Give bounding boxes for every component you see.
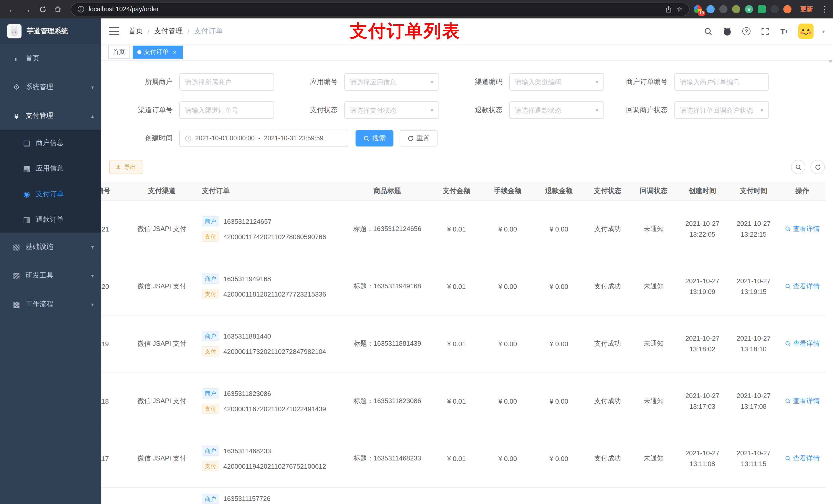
grid-icon: ▦ — [21, 164, 33, 173]
merchant-order-no-input[interactable] — [680, 78, 763, 86]
pay-status-select[interactable]: ▾ — [344, 101, 439, 119]
sidebar-item-merchant-info[interactable]: ▤ 商户信息 — [0, 130, 101, 156]
close-icon[interactable]: × — [171, 48, 178, 55]
merchant-order-no-field[interactable] — [674, 73, 769, 91]
update-button[interactable]: 更新 — [800, 5, 813, 14]
pay-badge: 支付 — [202, 461, 219, 471]
breadcrumb-home[interactable]: 首页 — [128, 27, 143, 36]
bookmark-star-icon[interactable]: ☆ — [676, 5, 683, 13]
channel-order-no-input[interactable] — [185, 106, 268, 114]
share-icon[interactable] — [665, 6, 672, 13]
refresh-button[interactable] — [810, 160, 825, 174]
cell-id: 121 — [101, 200, 128, 258]
reset-button[interactable]: 重置 — [400, 130, 437, 146]
home-button[interactable] — [51, 3, 65, 16]
hamburger-icon[interactable] — [109, 27, 119, 35]
cell-order: 商户1635311468233 支付4200001194202110276752… — [195, 430, 344, 487]
col-header-create-time: 创建时间 — [677, 182, 728, 200]
channel-order-no-field[interactable] — [179, 101, 274, 119]
cell-pay-time: 2021-10-2713:11:15 — [728, 430, 779, 487]
export-button[interactable]: 导出 — [109, 160, 142, 174]
filter-label: 渠道订单号 — [109, 105, 179, 115]
view-detail-link[interactable]: 查看详情 — [785, 454, 820, 463]
toggle-search-button[interactable] — [791, 160, 805, 174]
cell-pay-time: 2021-10-2713:18:10 — [728, 315, 779, 373]
merchant-badge: 商户 — [202, 446, 219, 456]
browser-menu-icon[interactable]: ⋮ — [821, 5, 828, 14]
extension-icon[interactable] — [758, 5, 766, 13]
extension-icon[interactable] — [770, 5, 779, 13]
extension-icon[interactable] — [707, 5, 715, 13]
tab-pay-order[interactable]: 支付订单 × — [133, 45, 183, 58]
cell-actions: 查看详情 — [779, 430, 825, 487]
sidebar-item-app-info[interactable]: ▦ 应用信息 — [0, 156, 101, 181]
view-detail-link[interactable]: 查看详情 — [785, 282, 820, 291]
merchant-input[interactable] — [185, 78, 268, 86]
date-range-end[interactable]: 2021-10-31 23:59:59 — [264, 135, 324, 142]
clock-icon — [185, 135, 192, 142]
site-info-icon[interactable] — [77, 6, 85, 13]
callback-status-select[interactable]: ▾ — [674, 101, 769, 119]
create-time-range-picker[interactable]: 2021-10-01 00:00:00 - 2021-10-31 23:59:5… — [179, 129, 348, 147]
col-header-id: 编号 — [101, 182, 128, 200]
refund-status-input[interactable] — [515, 106, 594, 114]
export-button-label: 导出 — [124, 163, 136, 171]
extension-icon[interactable] — [732, 5, 740, 13]
cell-notify: 未通知 — [630, 430, 677, 487]
app-no-select[interactable]: ▾ — [344, 73, 439, 91]
sidebar-item-pay[interactable]: ¥ 支付管理 ▴ — [0, 101, 101, 130]
pay-status-input[interactable] — [350, 106, 429, 114]
channel-code-select[interactable]: ▾ — [509, 73, 604, 91]
reload-button[interactable] — [36, 3, 49, 16]
cell-fee: ¥ 0.00 — [482, 200, 533, 258]
extension-icon[interactable] — [783, 5, 791, 13]
extension-icon[interactable] — [719, 5, 728, 13]
refund-status-select[interactable]: ▾ — [509, 101, 604, 119]
date-range-start[interactable]: 2021-10-01 00:00:00 — [195, 135, 255, 142]
sidebar-item-dev-tools[interactable]: ▨ 研发工具 ▾ — [0, 261, 101, 290]
app-logo[interactable]: 芋道管理系统 — [0, 19, 101, 44]
font-size-icon[interactable]: TT — [779, 26, 789, 37]
app-shell: 芋道管理系统 ◐ 首页 ⚙ 系统管理 ▾ ¥ 支付管理 ▴ — [0, 19, 833, 504]
vue-devtools-icon[interactable]: V — [745, 5, 753, 13]
filter-merchant-order-no: 商户订单编号 — [604, 73, 769, 91]
search-button[interactable]: 搜索 — [356, 130, 394, 146]
sidebar-item-system[interactable]: ⚙ 系统管理 ▾ — [0, 73, 101, 101]
sidebar-item-home[interactable]: ◐ 首页 — [0, 44, 101, 73]
avatar-dropdown-icon[interactable]: ▾ — [822, 28, 825, 34]
tab-home[interactable]: 首页 — [108, 45, 129, 58]
url-bar[interactable]: localhost:1024/pay/order ☆ — [71, 2, 690, 16]
sidebar-item-workflow[interactable]: ▩ 工作流程 ▾ — [0, 290, 101, 318]
chevron-down-icon: ▾ — [761, 107, 763, 114]
sidebar-item-refund-order[interactable]: ▥ 退款订单 — [0, 207, 101, 233]
callback-status-input[interactable] — [680, 106, 759, 114]
extension-icon[interactable]: 10 — [694, 5, 702, 13]
help-icon[interactable]: ? — [741, 26, 752, 37]
sidebar-item-infra[interactable]: ▧ 基础设施 ▾ — [0, 233, 101, 261]
forward-button[interactable]: → — [21, 3, 34, 16]
tags-view: 首页 支付订单 × — [101, 44, 833, 61]
sidebar-item-label: 首页 — [26, 54, 40, 63]
sidebar-item-label: 商户信息 — [36, 138, 64, 147]
filter-label: 所属商户 — [109, 77, 179, 87]
app-no-input[interactable] — [350, 78, 429, 86]
avatar[interactable] — [798, 24, 813, 39]
channel-code-input[interactable] — [515, 78, 594, 86]
sidebar-item-label: 支付订单 — [36, 190, 64, 199]
view-detail-link[interactable]: 查看详情 — [785, 397, 820, 406]
github-icon[interactable] — [722, 26, 733, 37]
cell-pay-time: 2021-10-2713:17:08 — [728, 373, 779, 430]
fullscreen-icon[interactable] — [760, 26, 770, 37]
search-icon[interactable] — [704, 26, 714, 37]
breadcrumb-level1[interactable]: 支付管理 — [154, 27, 183, 36]
merchant-select[interactable] — [179, 73, 274, 91]
main-area: 首页 / 支付管理 / 支付订单 支付订单列表 ? — [101, 19, 833, 504]
sidebar-menu: ◐ 首页 ⚙ 系统管理 ▾ ¥ 支付管理 ▴ ▤ 商户信息 — [0, 44, 101, 318]
sidebar-item-pay-order[interactable]: ◉ 支付订单 — [0, 181, 101, 207]
url-text[interactable]: localhost:1024/pay/order — [89, 6, 661, 13]
view-detail-link[interactable]: 查看详情 — [785, 224, 820, 234]
active-dot-icon — [137, 50, 141, 54]
view-detail-link[interactable]: 查看详情 — [785, 339, 820, 348]
back-button[interactable]: ← — [5, 3, 19, 16]
refresh-icon — [407, 135, 414, 142]
